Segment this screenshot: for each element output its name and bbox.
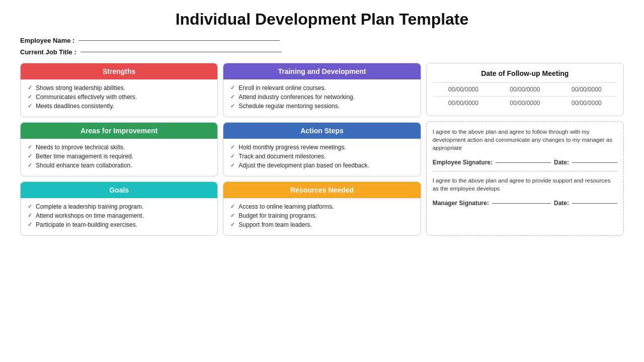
- list-item: Complete a leadership training program.: [28, 203, 210, 210]
- list-item: Schedule regular mentoring sessions.: [230, 103, 413, 110]
- list-item: Track and document milestones.: [230, 153, 413, 160]
- goals-card: Goals Complete a leadership training pro…: [20, 182, 218, 236]
- date-cell: 00/00/0000: [433, 97, 494, 110]
- action-list: Hold monthly progress review meetings.Tr…: [230, 144, 413, 169]
- goals-header: Goals: [21, 182, 217, 198]
- action-header: Action Steps: [223, 123, 420, 139]
- strengths-header: Strengths: [21, 63, 217, 79]
- resources-list: Access to online learning platforms.Budg…: [230, 203, 413, 228]
- date-meeting-header: Date of Follow-up Meeting: [433, 69, 617, 77]
- manager-sig-line: [492, 203, 551, 204]
- training-body: Enroll in relevant online courses.Attend…: [223, 79, 420, 117]
- employee-name-label: Employee Name :: [20, 37, 74, 44]
- resources-header: Resources Needed: [223, 182, 420, 198]
- improvement-body: Needs to improve technical skills.Better…: [21, 139, 217, 176]
- job-title-row: Current Job Title :: [20, 48, 624, 56]
- strengths-body: Shows strong leadership abilities.Commun…: [21, 79, 217, 117]
- employee-name-line: [78, 40, 280, 41]
- row2-cols: Areas for Improvement Needs to improve t…: [20, 122, 421, 176]
- action-body: Hold monthly progress review meetings.Tr…: [223, 139, 420, 176]
- list-item: Access to online learning platforms.: [230, 203, 413, 210]
- list-item: Support from team leaders.: [230, 221, 413, 228]
- main-grid: Strengths Shows strong leadership abilit…: [20, 63, 624, 236]
- list-item: Meets deadlines consistently.: [28, 103, 210, 110]
- list-item: Needs to improve technical skills.: [28, 144, 210, 151]
- job-title-label: Current Job Title :: [20, 48, 76, 56]
- list-item: Communicates effectively with others.: [28, 94, 210, 101]
- form-fields: Employee Name : Current Job Title :: [20, 37, 624, 56]
- date-cell: 00/00/0000: [556, 97, 617, 110]
- agreement1-date-line: [572, 162, 617, 163]
- improvement-header: Areas for Improvement: [21, 123, 217, 139]
- agreement2-text: I agree to the above plan and agree to p…: [433, 176, 617, 193]
- date-meeting-card: Date of Follow-up Meeting 00/00/000000/0…: [426, 63, 624, 116]
- list-item: Attend industry conferences for networki…: [230, 94, 413, 101]
- resources-card: Resources Needed Access to online learni…: [223, 182, 421, 236]
- goals-list: Complete a leadership training program.A…: [28, 203, 210, 228]
- list-item: Adjust the development plan based on fee…: [230, 162, 413, 169]
- list-item: Should enhance team collaboration.: [28, 162, 210, 169]
- training-header: Training and Development: [223, 63, 420, 79]
- training-list: Enroll in relevant online courses.Attend…: [230, 84, 413, 110]
- list-item: Participate in team-building exercises.: [28, 221, 210, 228]
- employee-name-row: Employee Name :: [20, 37, 624, 44]
- agreement1-text: I agree to the above plan and agree to f…: [433, 128, 617, 152]
- improvement-card: Areas for Improvement Needs to improve t…: [20, 122, 218, 176]
- agreement1-date-label: Date:: [554, 159, 569, 166]
- resources-body: Access to online learning platforms.Budg…: [223, 198, 420, 235]
- agreement2-date-line: [572, 203, 617, 204]
- list-item: Better time management is required.: [28, 153, 210, 160]
- row3-cols: Goals Complete a leadership training pro…: [20, 182, 421, 236]
- agreement1-card: I agree to the above plan and agree to f…: [426, 121, 624, 236]
- right-panel: Date of Follow-up Meeting 00/00/000000/0…: [426, 63, 624, 236]
- list-item: Shows strong leadership abilities.: [28, 84, 210, 92]
- date-cell: 00/00/0000: [494, 97, 555, 110]
- date-table: 00/00/000000/00/000000/00/000000/00/0000…: [433, 82, 617, 110]
- employee-sig-row: Employee Signature: Date:: [433, 159, 617, 166]
- page-title: Individual Development Plan Template: [20, 10, 624, 29]
- list-item: Attend workshops on time management.: [28, 212, 210, 219]
- manager-sig-row: Manager Signature: Date:: [433, 200, 617, 207]
- date-cell: 00/00/0000: [433, 83, 494, 97]
- list-item: Budget for training programs.: [230, 212, 413, 219]
- agreement2-date-label: Date:: [554, 200, 569, 207]
- divider: [433, 171, 617, 171]
- manager-sig-label: Manager Signature:: [433, 200, 489, 207]
- employee-sig-label: Employee Signature:: [433, 159, 493, 166]
- strengths-list: Shows strong leadership abilities.Commun…: [28, 84, 210, 110]
- job-title-line: [80, 52, 282, 52]
- improvement-list: Needs to improve technical skills.Better…: [28, 144, 210, 169]
- date-cell: 00/00/0000: [556, 83, 617, 97]
- list-item: Hold monthly progress review meetings.: [230, 144, 413, 151]
- training-card: Training and Development Enroll in relev…: [223, 63, 421, 117]
- goals-body: Complete a leadership training program.A…: [21, 198, 217, 235]
- action-card: Action Steps Hold monthly progress revie…: [223, 122, 421, 176]
- row1-cols: Strengths Shows strong leadership abilit…: [20, 63, 421, 117]
- strengths-card: Strengths Shows strong leadership abilit…: [20, 63, 218, 117]
- date-cell: 00/00/0000: [494, 83, 555, 97]
- list-item: Enroll in relevant online courses.: [230, 84, 413, 92]
- employee-sig-line: [496, 162, 551, 163]
